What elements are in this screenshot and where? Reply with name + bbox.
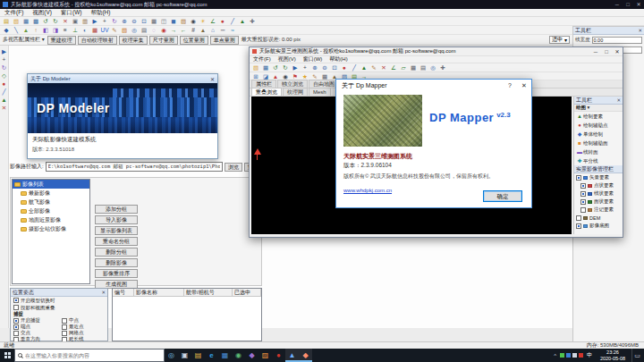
right-dock-header[interactable]: 工具栏 ✕ xyxy=(573,27,644,35)
checkbox[interactable] xyxy=(576,223,581,229)
new-project-icon[interactable]: ▤ xyxy=(2,17,11,25)
match-bar-button[interactable]: 自动纹理映射 xyxy=(78,36,117,45)
minimize-button[interactable]: ─ xyxy=(590,47,601,56)
fit-view-icon[interactable]: ⊡ xyxy=(140,17,148,25)
snap-option[interactable]: 网格点 xyxy=(59,330,107,336)
photos-icon[interactable]: ▨ xyxy=(258,349,272,362)
checkbox[interactable] xyxy=(62,331,67,336)
layer-annotation[interactable]: 注记要素 xyxy=(574,206,623,214)
uv-edit-icon[interactable]: UV xyxy=(100,26,109,34)
draw-feature-item[interactable]: ▲ 绘制要素 xyxy=(574,112,623,121)
face-tool-icon[interactable]: ▲ xyxy=(0,96,9,104)
pose-option[interactable]: 开启模型切换时 xyxy=(11,297,107,304)
line-to-face-item[interactable]: ▬ 线转面 xyxy=(574,147,623,156)
view-tab[interactable]: 纹理网 xyxy=(283,88,308,96)
rotate-view-icon[interactable]: ↻ xyxy=(110,17,119,25)
snap-toggle-icon[interactable]: ◎ xyxy=(130,26,139,34)
settings-icon[interactable]: ✚ xyxy=(248,17,257,25)
file-explorer-icon[interactable]: ▤ xyxy=(191,349,205,362)
close-icon[interactable]: ✕ xyxy=(210,76,215,82)
edge-icon[interactable]: e xyxy=(205,349,218,362)
pose-option[interactable]: 投影和视图重叠 xyxy=(11,304,107,311)
tray-network-icon[interactable] xyxy=(572,353,577,358)
open-map-project-icon[interactable]: ▧ xyxy=(251,63,260,72)
match-bar-button[interactable]: 单点量测 xyxy=(210,36,239,45)
texture-paint-icon[interactable]: ✎ xyxy=(110,26,119,34)
zoom-out-icon[interactable]: ⊖ xyxy=(320,63,329,72)
render-icon[interactable]: ◉ xyxy=(159,26,168,34)
redo-icon[interactable]: ↻ xyxy=(51,17,60,25)
quality-dropdown[interactable]: 适中 ▾ xyxy=(549,36,570,44)
close-icon[interactable]: ✕ xyxy=(616,97,621,103)
tools-panel-header[interactable]: 工具栏 ✕ xyxy=(574,97,623,105)
close-button[interactable]: ✕ xyxy=(612,47,623,56)
measure-area-icon[interactable]: ▱ xyxy=(399,63,408,72)
array-icon[interactable]: ▦ xyxy=(90,26,99,34)
modeler-titlebar[interactable]: 天际航影像快速建模系统 - 授权给ko1software@qq.com 邮箱 p… xyxy=(0,0,644,9)
tool-field-value[interactable]: 0.00 xyxy=(592,37,643,44)
merge-icon[interactable]: ◨ xyxy=(51,26,60,34)
checkbox[interactable] xyxy=(576,175,581,181)
menu-item[interactable]: 视图(V) xyxy=(28,9,56,17)
align-icon[interactable]: ⊥ xyxy=(71,26,80,34)
import-icon[interactable]: ← xyxy=(179,26,188,34)
view-tab[interactable]: 重叠浏览 xyxy=(251,88,282,96)
tray-expand-icon[interactable]: ^ xyxy=(552,353,558,358)
measure-angle-icon[interactable]: ∠ xyxy=(208,17,217,25)
match-bar-button[interactable]: 尺寸量测 xyxy=(149,36,178,45)
snap-option[interactable]: 开启捕捉 xyxy=(11,317,59,324)
script-icon[interactable]: # xyxy=(189,26,198,34)
checkbox[interactable] xyxy=(62,318,67,324)
split-icon[interactable]: ◧ xyxy=(41,26,50,34)
image-path-input[interactable] xyxy=(46,162,223,172)
task-view-icon[interactable]: ▣ xyxy=(178,349,191,362)
dp-mapper-icon[interactable]: ◆ xyxy=(299,349,312,362)
select-feature-icon[interactable]: ▶ xyxy=(291,63,300,72)
layer-icon[interactable]: ▤ xyxy=(140,26,148,34)
extrude-icon[interactable]: ↑ xyxy=(31,26,40,34)
about-modeler-titlebar[interactable]: 关于 Dp Modeler ✕ xyxy=(28,74,217,83)
draw-point-icon[interactable]: ● xyxy=(340,63,349,72)
save-icon[interactable]: ▦ xyxy=(21,17,30,25)
pose-panel-header[interactable]: 位置姿态 ✕ xyxy=(11,289,107,297)
dock-tab[interactable]: 属性栏 xyxy=(251,80,276,88)
undo-icon[interactable]: ↺ xyxy=(271,63,280,72)
point-tool-icon[interactable]: ● xyxy=(0,80,9,88)
maximize-button[interactable]: □ xyxy=(601,47,612,56)
checkbox[interactable] xyxy=(13,331,19,336)
draw-line-icon[interactable]: ╱ xyxy=(228,17,237,25)
draw-aux-face-item[interactable]: ■ 绘制辅助面 xyxy=(574,139,623,147)
checkbox[interactable] xyxy=(13,298,19,303)
menu-item[interactable]: 帮助(H) xyxy=(86,9,114,17)
draw-aux-point-item[interactable]: ● 绘制辅助点 xyxy=(574,121,623,130)
snap-option[interactable]: 中点 xyxy=(59,317,107,324)
dp-modeler-icon[interactable]: ▲ xyxy=(285,349,299,362)
bridge-icon[interactable]: ≡ xyxy=(61,26,70,34)
chrome-icon[interactable]: ◉ xyxy=(232,349,245,362)
pan-icon[interactable]: + xyxy=(301,63,309,72)
match-bar-button[interactable]: 重建纹理 xyxy=(47,36,76,45)
help-button[interactable]: ? xyxy=(503,80,517,91)
checkbox[interactable] xyxy=(13,318,19,324)
checkbox[interactable] xyxy=(580,183,586,189)
browse-button[interactable]: 浏览 xyxy=(225,163,242,172)
tray-cloud-icon[interactable] xyxy=(566,353,571,358)
checkbox[interactable] xyxy=(13,324,19,330)
scale-tool-icon[interactable]: ◇ xyxy=(0,72,9,80)
save-all-icon[interactable]: ▩ xyxy=(31,17,40,25)
image-list-button[interactable]: 删除分组 xyxy=(95,248,138,257)
full-extent-icon[interactable]: ⊡ xyxy=(330,63,339,72)
checkbox[interactable] xyxy=(580,199,586,205)
erase-tool-icon[interactable]: ✕ xyxy=(0,104,9,112)
zoom-in-icon[interactable]: ⊕ xyxy=(120,17,129,25)
close-button[interactable]: ✕ xyxy=(633,0,644,9)
export-icon[interactable]: → xyxy=(169,26,178,34)
grid-icon[interactable]: ▦ xyxy=(149,17,158,25)
image-list-button[interactable]: 重命名分组 xyxy=(95,237,138,246)
edit-feature-icon[interactable]: ✎ xyxy=(369,63,378,72)
mirror-icon[interactable]: ◐ xyxy=(80,26,89,34)
undo-icon[interactable]: ↺ xyxy=(41,17,50,25)
snap-option[interactable]: 端点 xyxy=(11,324,59,330)
measure-distance-icon[interactable]: ∠ xyxy=(389,63,398,72)
image-list-button[interactable]: 导入影像 xyxy=(95,215,138,224)
